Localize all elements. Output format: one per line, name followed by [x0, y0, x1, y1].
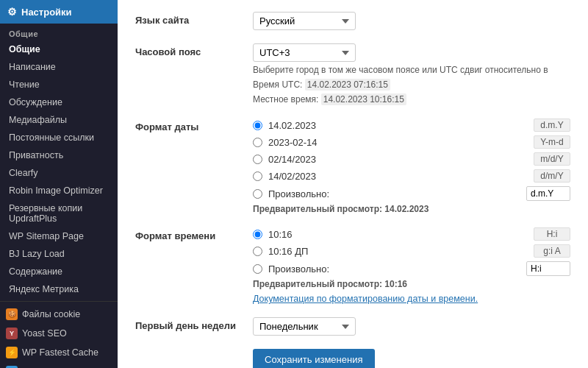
time-format-value-1: 10:16 ДП	[268, 246, 528, 257]
local-time-label: Местное время:	[253, 94, 318, 105]
time-format-option-2: Произвольно:	[253, 261, 570, 276]
first-day-control: Понедельник Воскресенье Суббота	[253, 317, 570, 336]
sidebar-item-writing[interactable]: Написание	[0, 58, 118, 76]
general-section-label: Общие	[9, 29, 38, 38]
time-format-preview-label: Предварительный просмотр:	[253, 279, 382, 289]
time-format-code-1: g:i A	[534, 244, 570, 258]
sidebar-item-media[interactable]: Медиафайлы	[0, 111, 118, 129]
time-format-radio-0[interactable]	[253, 230, 262, 239]
timezone-label: Часовой пояс	[135, 43, 253, 57]
sidebar-item-clearfy[interactable]: Clearfy	[0, 164, 118, 182]
sidebar-item-permalinks[interactable]: Постоянные ссылки	[0, 129, 118, 146]
date-format-radio-3[interactable]	[253, 171, 262, 181]
date-format-radio-4[interactable]	[253, 189, 262, 199]
date-format-code-3: d/m/Y	[534, 169, 570, 183]
date-format-value-0: 14.02.2023	[268, 120, 528, 131]
date-format-preview-value: 14.02.2023	[384, 204, 429, 214]
date-format-custom-input[interactable]	[526, 186, 570, 201]
sidebar: ⚙ Настройки Общие Общие Написание Чтение…	[0, 0, 118, 368]
time-format-preview-value: 10:16	[384, 279, 407, 289]
wpfastest-label: WP Fastest Cache	[22, 347, 98, 358]
sidebar-item-cookie[interactable]: 🍪 Файлы cookie	[0, 305, 118, 324]
utc-time: Время UTC: 14.02.2023 07:16:15	[253, 79, 570, 91]
timezone-hint: Выберите город в том же часовом поясе ил…	[253, 64, 570, 77]
utc-time-label: Время UTC:	[253, 79, 302, 90]
date-format-row: Формат даты 14.02.2023 d.m.Y 2023-02-14 …	[135, 118, 570, 214]
date-format-code-1: Y-m-d	[534, 135, 570, 149]
sidebar-item-discussion[interactable]: Обсуждение	[0, 93, 118, 111]
date-format-radio-2[interactable]	[253, 155, 262, 164]
time-format-radio-1[interactable]	[253, 247, 262, 256]
date-format-option-2: 02/14/2023 m/d/Y	[253, 152, 570, 166]
cookie-label: Файлы cookie	[22, 309, 80, 319]
settings-icon: ⚙	[7, 6, 17, 18]
date-format-code-0: d.m.Y	[534, 118, 570, 132]
date-format-option-0: 14.02.2023 d.m.Y	[253, 118, 570, 132]
save-label-spacer	[135, 349, 253, 352]
sidebar-item-updraft[interactable]: Резервные копии UpdraftPlus	[0, 199, 118, 227]
date-format-radio-0[interactable]	[253, 121, 262, 130]
datetime-doc-link[interactable]: Документация по форматированию даты и вр…	[253, 294, 478, 304]
time-format-control: 10:16 H:i 10:16 ДП g:i A Произвольно:	[253, 227, 570, 304]
first-day-select[interactable]: Понедельник Воскресенье Суббота	[253, 317, 356, 336]
content-area: Язык сайта Русский Часовой пояс UTC+3 Вы…	[118, 0, 588, 368]
date-format-preview-label: Предварительный просмотр:	[253, 204, 382, 214]
first-day-label: Первый день недели	[135, 317, 253, 331]
sidebar-header-label: Настройки	[21, 7, 72, 18]
sidebar-header[interactable]: ⚙ Настройки	[0, 0, 118, 24]
date-format-control: 14.02.2023 d.m.Y 2023-02-14 Y-m-d 02/14/…	[253, 118, 570, 214]
date-format-radio-1[interactable]	[253, 138, 262, 147]
cookie-icon: 🍪	[6, 308, 18, 320]
main-content: Язык сайта Русский Часовой пояс UTC+3 Вы…	[118, 0, 588, 368]
timezone-row: Часовой пояс UTC+3 Выберите город в том …	[135, 43, 570, 105]
time-format-row: Формат времени 10:16 H:i 10:16 ДП g:i A	[135, 227, 570, 304]
sidebar-item-yoast[interactable]: Y Yoast SEO	[0, 324, 118, 343]
yoast-icon: Y	[6, 328, 18, 339]
timezone-select[interactable]: UTC+3	[253, 43, 356, 62]
sidebar-item-bjlazy[interactable]: BJ Lazy Load	[0, 245, 118, 263]
time-format-value-2: Произвольно:	[268, 263, 520, 275]
sidebar-item-general[interactable]: Общие	[0, 40, 118, 58]
time-format-radio-group: 10:16 H:i 10:16 ДП g:i A Произвольно:	[253, 227, 570, 276]
date-format-code-2: m/d/Y	[534, 152, 570, 166]
site-language-label: Язык сайта	[135, 12, 253, 26]
time-format-custom-input[interactable]	[526, 261, 570, 276]
yoast-label: Yoast SEO	[22, 328, 67, 339]
time-format-option-1: 10:16 ДП g:i A	[253, 244, 570, 258]
date-format-value-1: 2023-02-14	[268, 137, 528, 148]
sidebar-item-reading[interactable]: Чтение	[0, 76, 118, 93]
site-language-control: Русский	[253, 12, 570, 30]
date-format-label: Формат даты	[135, 118, 253, 132]
date-format-value-4: Произвольно:	[268, 188, 520, 199]
date-format-value-2: 02/14/2023	[268, 154, 528, 165]
time-format-code-0: H:i	[534, 227, 570, 241]
time-format-radio-2[interactable]	[253, 264, 262, 274]
sidebar-item-wpfastest[interactable]: ⚡ WP Fastest Cache	[0, 343, 118, 362]
sidebar-item-sitemap[interactable]: WP Sitemap Page	[0, 227, 118, 245]
local-time: Местное время: 14.02.2023 10:16:15	[253, 93, 570, 106]
sidebar-item-privacy[interactable]: Приватность	[0, 146, 118, 164]
date-format-option-3: 14/02/2023 d/m/Y	[253, 169, 570, 183]
utc-time-value: 14.02.2023 07:16:15	[305, 79, 390, 91]
sidebar-item-wpoptimize[interactable]: W WP-Optimize	[0, 362, 118, 368]
time-format-label: Формат времени	[135, 227, 253, 241]
date-format-preview: Предварительный просмотр: 14.02.2023	[253, 204, 570, 214]
time-format-value-0: 10:16	[268, 229, 528, 240]
site-language-select[interactable]: Русский	[253, 12, 356, 30]
save-button[interactable]: Сохранить изменения	[253, 349, 375, 368]
date-format-value-3: 14/02/2023	[268, 171, 528, 182]
sidebar-general-title: Общие	[0, 24, 118, 40]
save-control: Сохранить изменения	[253, 349, 570, 368]
sidebar-divider	[0, 301, 118, 302]
local-time-value: 14.02.2023 10:16:15	[321, 93, 406, 105]
date-format-option-1: 2023-02-14 Y-m-d	[253, 135, 570, 149]
sidebar-item-yandex[interactable]: Яндекс Метрика	[0, 280, 118, 298]
save-row: Сохранить изменения	[135, 349, 570, 368]
timezone-control: UTC+3 Выберите город в том же часовом по…	[253, 43, 570, 105]
wpfastest-icon: ⚡	[6, 347, 18, 358]
sidebar-item-robin[interactable]: Robin Image Optimizer	[0, 182, 118, 199]
time-format-option-0: 10:16 H:i	[253, 227, 570, 241]
sidebar-item-contents[interactable]: Содержание	[0, 263, 118, 280]
date-format-radio-group: 14.02.2023 d.m.Y 2023-02-14 Y-m-d 02/14/…	[253, 118, 570, 201]
first-day-row: Первый день недели Понедельник Воскресен…	[135, 317, 570, 336]
